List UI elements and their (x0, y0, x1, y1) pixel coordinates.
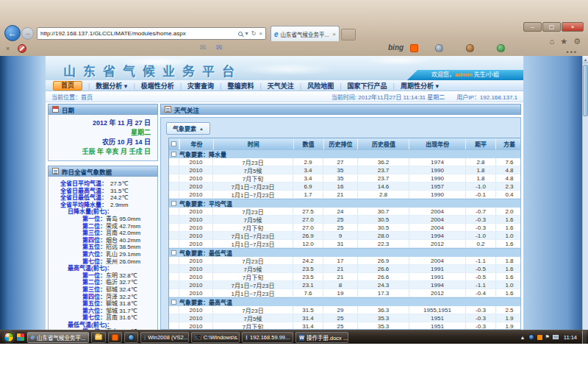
taskbar-window-word[interactable]: W 操作手册.docx ... (295, 332, 348, 343)
group-checkbox[interactable] (171, 201, 176, 206)
mail-icon[interactable]: ✉ (200, 43, 206, 52)
camera-icon[interactable] (435, 44, 443, 52)
quick-launch-icon[interactable] (16, 333, 25, 342)
toolbar-close-icon[interactable]: × (6, 45, 10, 52)
nav-item[interactable]: 风险地图 (294, 81, 334, 91)
date-panel-title: 日期 (62, 105, 74, 114)
taskbar-window-cmd[interactable]: C:\ C:\Windows\s... (191, 332, 240, 343)
action-center-flag-icon[interactable]: ⚑ (545, 334, 550, 340)
vertical-scrollbar[interactable]: ▲ (582, 56, 588, 330)
table-cell: 2.8 (466, 158, 496, 166)
windows-start-button[interactable] (4, 332, 14, 342)
table-cell: 7月5候 (213, 314, 293, 322)
group-checkbox[interactable] (171, 250, 176, 255)
url-text[interactable]: http://192.168.137.1/GLCCLIMATE/modules/… (40, 30, 235, 37)
scrollbar-thumb[interactable] (583, 65, 588, 116)
taskbar-orange-app-button[interactable] (108, 332, 122, 343)
hidden-icons-arrow[interactable]: ▲ (520, 335, 526, 340)
table-cell: 7月1日~7月23日 (213, 281, 293, 289)
weather-line: 第四位： 菏泽 32.2℃ (50, 294, 156, 301)
weather-line: 第二位： 临沂 32.7℃ (50, 279, 156, 286)
table-cell: 30.7 (358, 208, 409, 215)
forward-button[interactable]: → (21, 27, 34, 40)
minimize-button[interactable]: – (523, 22, 542, 32)
taskbar-ie-window[interactable]: e 山东省气候业务平... (27, 332, 89, 343)
bing-logo[interactable]: bing (388, 43, 404, 52)
nav-item[interactable]: 周期性分析 ▾ (387, 81, 439, 91)
new-tab-button[interactable] (341, 29, 356, 40)
table-cell: 2010 (179, 174, 213, 182)
messenger-tray-icon[interactable] (537, 335, 542, 340)
weather-line: 第七位： 莱州 26.0mm (50, 258, 156, 266)
more-dots-icon[interactable]: ••• (567, 49, 578, 56)
taskbar-ie-title: 山东省气候业务平... (37, 333, 85, 342)
welcome-suffix: 先生/小姐 (473, 71, 499, 78)
element-filter-button[interactable]: 气象要素 ▲ (166, 122, 210, 135)
weather-line: 第一位： 青岛 95.0mm (50, 216, 156, 223)
home-icon[interactable]: ⌂ (550, 37, 555, 46)
table-cell: 30.5 (358, 216, 409, 223)
site-banner: 山东省气候业务平台 欢迎您，admin 先生/小姐 (46, 56, 523, 80)
close-button[interactable]: × (562, 22, 584, 32)
paw-icon[interactable] (466, 44, 474, 52)
table-cell: 22.3 (358, 240, 409, 247)
table-cell: -0.5 (466, 265, 496, 272)
plugin-icon[interactable] (497, 44, 505, 52)
taskbar-window-title: Win2008 (VS2... (148, 334, 188, 341)
search-icon[interactable] (238, 32, 243, 36)
security-tray-icon[interactable] (528, 334, 534, 340)
group-checkbox[interactable] (171, 300, 176, 305)
browser-tab[interactable]: e 山东省气候业务平... × (270, 26, 340, 41)
table-cell: 2.0 (496, 208, 521, 215)
weather-label: 第七位： (82, 314, 106, 322)
group-checkbox[interactable] (171, 152, 176, 157)
weather-panel-header: 昨日全省气象数据 (48, 166, 158, 177)
back-button[interactable]: ← (4, 25, 21, 41)
row-spacer-cell (169, 224, 179, 231)
row-spacer-cell (169, 232, 179, 239)
nav-item[interactable]: 极端性分析 (127, 81, 173, 91)
taskbar-media-player-button[interactable] (124, 332, 138, 343)
stop-icon[interactable]: × (259, 28, 262, 39)
maximize-button[interactable]: ▢ (542, 22, 561, 32)
table-cell: 12.0 (293, 240, 323, 247)
taskbar-explorer-button[interactable] (91, 332, 106, 343)
nav-item[interactable]: 整编资料 (214, 81, 254, 91)
orange-app-icon[interactable] (410, 44, 418, 52)
weather-value: 24.2℃ (110, 194, 129, 202)
nav-item[interactable]: 国家下行产品 (334, 81, 387, 91)
weather-line: 第五位： 招远 38.5mm (50, 244, 156, 251)
refresh-icon[interactable]: ↻ (251, 28, 257, 39)
blocked-content-icon[interactable] (18, 44, 26, 53)
weather-line: 第六位： 邹城 31.7℃ (50, 308, 156, 315)
taskbar-window-vm[interactable]: Win2008 (VS2... (140, 332, 189, 343)
weather-value: 邹城 31.7℃ (106, 308, 137, 315)
nav-item[interactable]: 灾害查询 (174, 81, 214, 91)
show-desktop-button[interactable] (582, 330, 587, 344)
date-line: 壬辰 年 辛亥 月 壬戌 日 (51, 147, 151, 157)
send-mail-icon[interactable]: ✉ (216, 43, 222, 52)
weather-label: 第五位： (82, 300, 106, 308)
network-tray-icon[interactable] (553, 335, 559, 339)
favorites-star-icon[interactable]: ★ (560, 37, 567, 46)
address-bar[interactable]: http://192.168.137.1/GLCCLIMATE/modules/… (37, 27, 266, 40)
gear-icon[interactable]: ⚙ (573, 37, 581, 46)
select-all-checkbox[interactable] (171, 141, 176, 146)
scroll-up-arrow-icon[interactable]: ▲ (583, 56, 588, 63)
tab-close-icon[interactable]: × (332, 31, 336, 38)
row-spacer-cell (169, 322, 179, 330)
taskbar-clock[interactable]: 11:14 (564, 334, 577, 341)
nav-item[interactable]: 天气关注 (254, 81, 293, 91)
table-row: 20107月1日~7月23日6.91614.61957-1.02.3 (169, 183, 521, 191)
weather-value: 东明 32.8℃ (106, 272, 137, 280)
taskbar-window-remote[interactable]: 192.168.59.99... (242, 332, 293, 343)
nav-item-home[interactable]: 首页 (53, 81, 82, 91)
table-cell: 25 (323, 224, 358, 231)
autocomplete-dropdown-icon[interactable]: ▾ (245, 28, 248, 39)
table-cell: 26.9 (293, 232, 323, 239)
row-spacer-cell (169, 191, 179, 198)
table-cell: 1990 (409, 191, 466, 198)
tab-title[interactable]: 山东省气候业务平... (281, 30, 331, 38)
nav-item[interactable]: 数据分析 ▾ (82, 81, 127, 91)
table-cell: 7月23日 (213, 158, 293, 166)
